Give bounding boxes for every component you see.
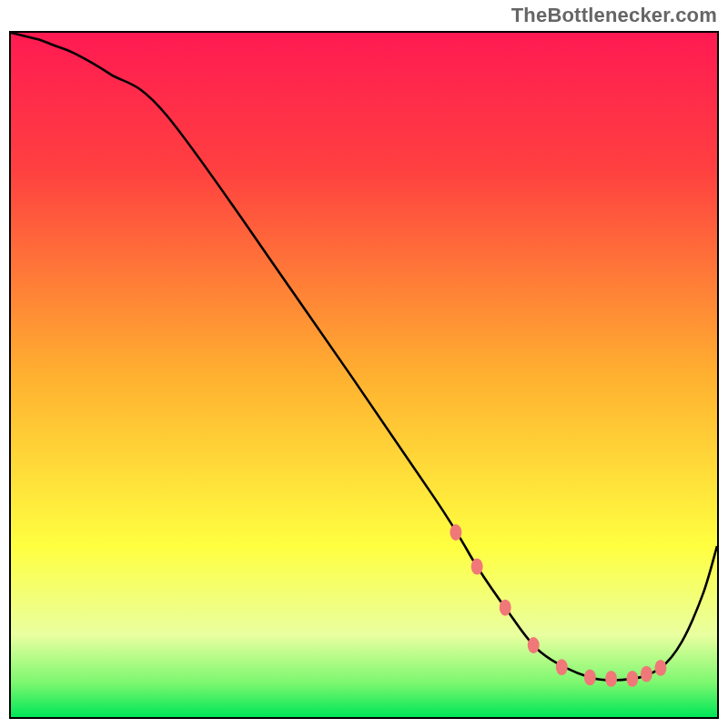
marker-dot (584, 669, 596, 685)
attribution-watermark: TheBottlenecker.com (511, 4, 717, 27)
marker-dot (641, 666, 652, 682)
plot-svg (11, 33, 717, 717)
plot-area (9, 31, 719, 719)
marker-dot (528, 637, 540, 653)
marker-dot (626, 671, 638, 687)
background-gradient (11, 33, 717, 717)
chart-container: TheBottlenecker.com (0, 0, 728, 728)
marker-dot (605, 671, 617, 687)
marker-dot (654, 660, 666, 676)
marker-dot (556, 659, 568, 675)
marker-dot (500, 600, 511, 616)
marker-dot (450, 524, 461, 541)
marker-dot (471, 559, 483, 575)
